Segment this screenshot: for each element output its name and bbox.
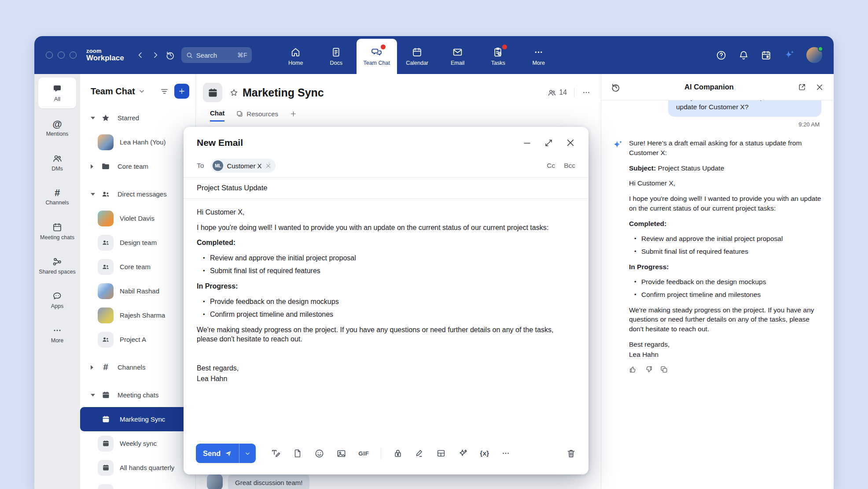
chatlist-section-direct-messages[interactable]: Direct messages: [80, 182, 195, 206]
chevron-down-icon[interactable]: [138, 88, 145, 95]
maximize-window-icon[interactable]: [70, 52, 77, 59]
user-avatar[interactable]: [806, 47, 822, 63]
rail-item-apps[interactable]: Apps: [34, 283, 80, 317]
chatlist-item-lea-hanh[interactable]: Lea Hanh (You): [80, 130, 195, 154]
insert-image-button[interactable]: [336, 448, 346, 459]
modal-title: New Email: [197, 137, 243, 148]
minimize-modal-button[interactable]: [522, 138, 532, 148]
rail-item-more[interactable]: More: [34, 317, 80, 352]
thumbs-up-button[interactable]: [629, 365, 637, 374]
hash-icon: #: [100, 362, 111, 372]
tab-docs[interactable]: Docs: [316, 39, 357, 74]
bcc-button[interactable]: Bcc: [564, 162, 575, 170]
minimize-window-icon[interactable]: [58, 52, 65, 59]
chatlist-section-starred[interactable]: Starred: [80, 106, 195, 130]
send-button[interactable]: Send: [196, 444, 239, 463]
toolbar-divider: [381, 448, 381, 459]
cc-button[interactable]: Cc: [547, 162, 555, 170]
send-options-button[interactable]: [239, 444, 256, 463]
variables-button[interactable]: {x}: [480, 449, 489, 457]
open-in-window-icon[interactable]: [798, 83, 806, 92]
help-button[interactable]: [716, 50, 727, 61]
expand-caret-icon[interactable]: [91, 164, 93, 169]
close-modal-button[interactable]: [566, 138, 575, 148]
tab-tasks[interactable]: Tasks: [478, 39, 519, 74]
channel-more-button[interactable]: [581, 88, 591, 97]
collapse-caret-icon[interactable]: [91, 193, 95, 196]
copy-button[interactable]: [660, 365, 668, 374]
back-button[interactable]: [133, 48, 148, 63]
chatlist-item-weekly-sync[interactable]: Weekly sync: [80, 431, 195, 456]
rail-item-channels[interactable]: # Channels: [34, 180, 80, 214]
member-count[interactable]: 14: [547, 88, 567, 97]
app-window: zoom Workplace Search ⌘F Home Docs Team …: [34, 36, 834, 489]
tab-resources[interactable]: Resources: [236, 110, 278, 121]
ai-compose-button[interactable]: [458, 448, 468, 459]
rail-item-shared-spaces[interactable]: Shared spaces: [34, 248, 80, 283]
chatlist-section-meeting-chats[interactable]: Meeting chats: [80, 383, 195, 407]
topbar: zoom Workplace Search ⌘F Home Docs Team …: [34, 36, 834, 74]
chatlist-item-violet-davis[interactable]: Violet Davis: [80, 206, 195, 230]
chatlist-section-channels[interactable]: # Channels: [80, 355, 195, 379]
recipients-row[interactable]: To ML Customer X Cc Bcc: [184, 154, 588, 178]
tab-home[interactable]: Home: [276, 39, 316, 74]
chatlist-item-nabil-rashad[interactable]: Nabil Rashad: [80, 279, 195, 303]
traffic-lights[interactable]: [46, 52, 77, 59]
format-text-button[interactable]: [271, 448, 281, 459]
tab-calendar[interactable]: Calendar: [397, 39, 438, 74]
ai-companion-button[interactable]: [783, 49, 795, 61]
collapse-caret-icon[interactable]: [91, 394, 95, 396]
subject-field[interactable]: Project Status Update: [184, 178, 588, 199]
rail-item-all[interactable]: All: [38, 78, 76, 108]
discard-draft-button[interactable]: [566, 448, 576, 459]
chatlist-item-design-team[interactable]: Design team: [80, 230, 195, 255]
toolbar-more-button[interactable]: [501, 448, 511, 458]
docs-icon: [331, 47, 342, 58]
history-button[interactable]: [163, 48, 178, 63]
close-ai-panel-button[interactable]: [815, 83, 824, 92]
chatlist-section-core-team[interactable]: Core team: [80, 154, 195, 178]
add-tab-button[interactable]: [290, 110, 297, 121]
thumbs-down-button[interactable]: [644, 365, 653, 374]
chatlist-item-rajesh-sharma[interactable]: Rajesh Sharma: [80, 303, 195, 327]
tab-more[interactable]: More: [519, 39, 559, 74]
signature-button[interactable]: [415, 448, 424, 458]
ai-panel-title: AI Companion: [621, 83, 798, 91]
chatlist-item-marketing-sync[interactable]: Marketing Sync: [80, 407, 191, 431]
tab-team-chat[interactable]: Team Chat: [357, 39, 397, 74]
logo-line1: zoom: [86, 48, 124, 54]
search-placeholder: Search: [196, 52, 217, 59]
close-window-icon[interactable]: [46, 52, 53, 59]
ai-inprogress-heading: In Progress:: [629, 262, 821, 272]
rail-item-dms[interactable]: DMs: [34, 145, 80, 180]
rail-item-meeting-chats[interactable]: Meeting chats: [34, 214, 80, 248]
chatlist-item-core-team-chat[interactable]: Core team: [80, 255, 195, 279]
resources-icon: [236, 110, 243, 118]
encrypt-button[interactable]: [393, 448, 403, 458]
new-chat-button[interactable]: [174, 84, 189, 99]
tab-email[interactable]: Email: [438, 39, 478, 74]
attach-file-button[interactable]: [293, 448, 302, 458]
expand-caret-icon[interactable]: [91, 365, 93, 370]
gif-button[interactable]: GIF: [358, 450, 369, 457]
tab-chat[interactable]: Chat: [210, 109, 224, 122]
schedule-button[interactable]: [761, 50, 772, 61]
remove-recipient-icon[interactable]: [265, 163, 271, 169]
chatlist-item-project-a[interactable]: Project A: [80, 327, 195, 352]
chatlist-item-all-hands[interactable]: All hands quarterly: [80, 456, 195, 480]
ai-history-button[interactable]: [611, 82, 621, 92]
emoji-button[interactable]: [314, 448, 324, 459]
notifications-button[interactable]: [738, 50, 749, 61]
recipient-chip[interactable]: ML Customer X: [211, 159, 275, 173]
expand-modal-button[interactable]: [544, 138, 553, 148]
template-button[interactable]: [436, 448, 446, 458]
rail-item-mentions[interactable]: @ Mentions: [34, 111, 80, 145]
star-channel-button[interactable]: [229, 88, 239, 97]
email-body-editor[interactable]: Hi Customer X, I hope you're doing well!…: [184, 199, 588, 444]
chatlist-item-lea-rajesh[interactable]: Lea/Rajesh 1:1: [80, 480, 195, 489]
search-input[interactable]: Search ⌘F: [181, 47, 252, 63]
forward-button[interactable]: [148, 48, 163, 63]
filter-button[interactable]: [160, 87, 169, 96]
ai-response: Sure! Here's a draft email asking for a …: [612, 138, 821, 374]
collapse-caret-icon[interactable]: [91, 117, 95, 119]
